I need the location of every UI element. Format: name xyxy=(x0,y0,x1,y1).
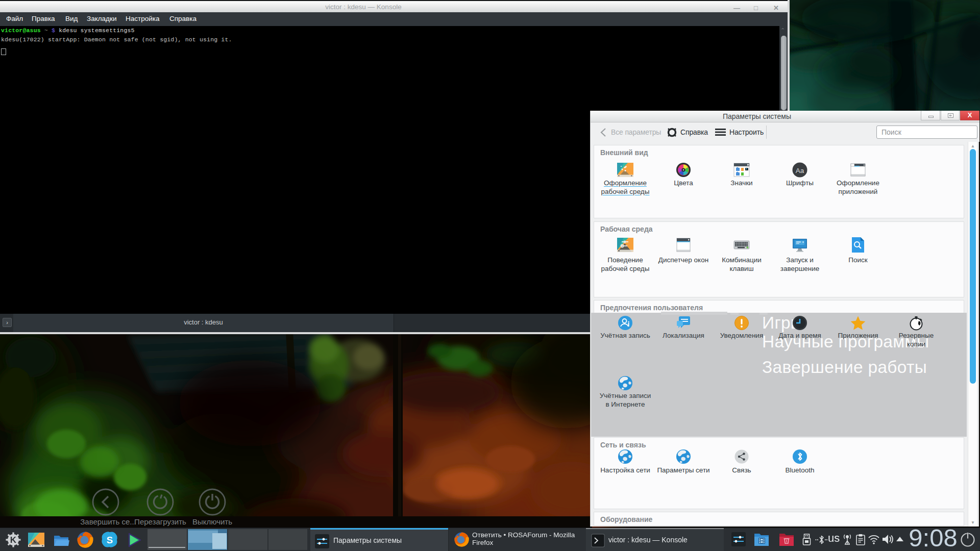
svg-text:S: S xyxy=(107,535,113,545)
svg-text:Выключить: Выключить xyxy=(192,517,232,526)
svg-text:K: K xyxy=(10,535,17,545)
svg-text:Завершить се...: Завершить се... xyxy=(80,517,136,526)
svg-text:Aa: Aa xyxy=(796,167,804,174)
svg-text:Перезагрузить: Перезагрузить xyxy=(134,517,186,526)
